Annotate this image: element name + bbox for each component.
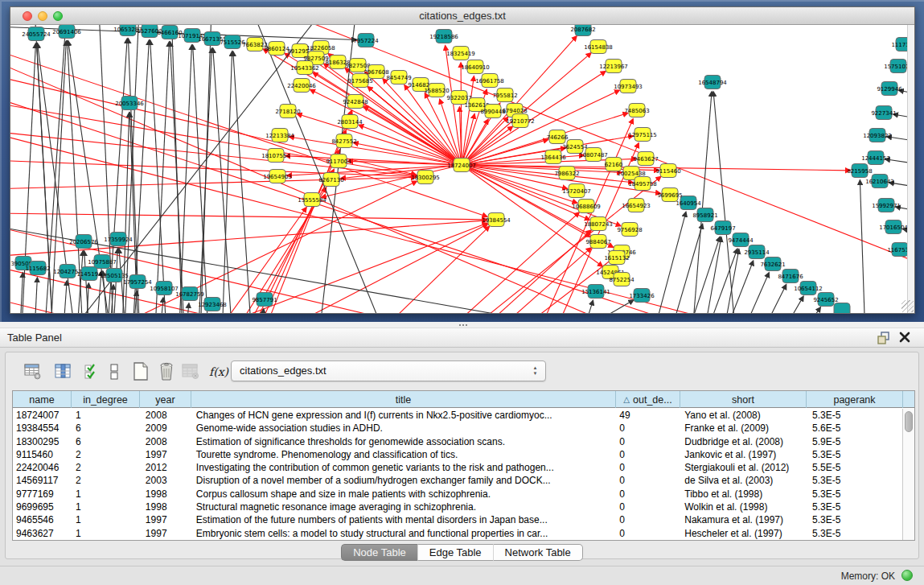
graph-node[interactable]: 9474444 — [728, 233, 754, 247]
graph-edge[interactable] — [462, 165, 602, 266]
divider-grip-icon[interactable] — [458, 323, 468, 327]
graph-node[interactable]: 2087682 — [570, 25, 595, 36]
table-row[interactable]: 1872400712008Changes of HCN gene express… — [13, 409, 902, 422]
graph-edge[interactable] — [525, 300, 634, 313]
tab-node-table[interactable]: Node Table — [341, 544, 417, 561]
graph-node[interactable]: 9463627 — [633, 152, 658, 166]
table-scrollbar-thumb[interactable] — [905, 411, 913, 432]
table-row[interactable]: 911546021997Tourette syndrome. Phenomeno… — [13, 448, 902, 461]
graph-node[interactable]: 2803144 — [337, 115, 363, 129]
graph-node[interactable]: 18640910 — [461, 60, 490, 74]
column-header-outde[interactable]: △out_de... — [616, 391, 680, 408]
graph-node[interactable]: 2935114 — [744, 245, 770, 259]
graph-node[interactable]: 9756928 — [617, 223, 642, 237]
column-header-name[interactable]: name — [13, 391, 72, 408]
table-row[interactable]: 946362711997Embryonic stem cells: a mode… — [13, 527, 902, 540]
network-graph[interactable]: 2405572420691406106532871527602646616010… — [10, 25, 914, 313]
network-canvas[interactable]: 2405572420691406106532871527602646616010… — [10, 25, 914, 313]
graph-node[interactable]: 8958921 — [692, 208, 717, 222]
tab-network-table[interactable]: Network Table — [493, 544, 583, 561]
column-header-pagerank[interactable]: pagerank — [807, 391, 903, 408]
graph-node[interactable]: 2718120 — [275, 105, 300, 118]
create-column-button[interactable] — [129, 360, 152, 383]
graph-edge[interactable] — [860, 180, 866, 313]
graph-node[interactable]: 7955812 — [492, 89, 517, 102]
graph-node[interactable]: 12975115 — [628, 128, 657, 142]
graph-node[interactable]: 62160 — [605, 158, 622, 171]
column-header-indegree[interactable]: in_degree — [72, 391, 140, 408]
graph-edge[interactable] — [446, 46, 462, 165]
graph-edge[interactable] — [765, 296, 803, 313]
graph-edge[interactable] — [183, 303, 189, 313]
table-select-dropdown[interactable]: citations_edges.txt ▲▼ — [231, 360, 546, 381]
graph-node[interactable]: 7957224 — [353, 34, 379, 47]
float-panel-icon[interactable] — [877, 332, 890, 344]
graph-node[interactable]: 6479197 — [710, 221, 735, 235]
graph-edge[interactable] — [310, 89, 462, 165]
graph-node[interactable]: 7485063 — [624, 104, 649, 117]
graph-node[interactable] — [834, 303, 850, 314]
deselect-all-columns-button[interactable] — [107, 360, 121, 383]
delete-column-button[interactable] — [155, 360, 178, 383]
table-row[interactable]: 1938455462009Genome-wide association stu… — [13, 422, 902, 435]
table-row[interactable]: 977716911998Corpus callosum shape and si… — [13, 488, 902, 501]
table-row[interactable]: 1830029562008Estimation of significance … — [13, 435, 902, 448]
function-builder-button[interactable]: f(x) — [207, 360, 230, 383]
graph-edge[interactable] — [462, 76, 474, 165]
close-panel-icon[interactable] — [898, 331, 911, 344]
graph-edge[interactable] — [10, 213, 487, 220]
graph-node[interactable]: 8860124 — [264, 42, 290, 56]
graph-node[interactable]: 12444157 — [861, 151, 890, 165]
graph-edge[interactable] — [170, 42, 186, 313]
show-columns-button[interactable] — [52, 360, 75, 383]
table-row[interactable]: 946554611997Estimation of the future num… — [13, 513, 902, 526]
network-scrollbar[interactable] — [907, 25, 914, 313]
graph-node[interactable]: 10958107 — [150, 282, 179, 295]
network-window-titlebar[interactable]: citations_edges.txt — [10, 7, 914, 25]
graph-edge[interactable] — [10, 177, 416, 189]
graph-edge[interactable] — [154, 42, 169, 313]
select-all-columns-button[interactable] — [81, 360, 104, 383]
graph-edge[interactable] — [573, 300, 593, 313]
graph-edge[interactable] — [359, 125, 462, 165]
graph-node[interactable]: 15720407 — [562, 184, 591, 198]
graph-edge[interactable] — [10, 160, 416, 177]
graph-node[interactable]: 16548794 — [698, 76, 727, 89]
column-header-year[interactable]: year — [140, 391, 191, 408]
graph-node[interactable]: 16961758 — [475, 74, 504, 88]
graph-node[interactable]: 24055724 — [22, 27, 51, 41]
graph-edge[interactable] — [228, 170, 334, 313]
graph-edge[interactable] — [782, 307, 820, 313]
graph-node[interactable]: 8215958 — [847, 164, 872, 178]
column-header-title[interactable]: title — [191, 391, 616, 408]
graph-node[interactable]: 9227341 — [871, 106, 896, 120]
graph-node[interactable]: 16654923 — [622, 199, 651, 212]
graph-node[interactable]: 9115460 — [655, 164, 680, 178]
graph-edge[interactable] — [128, 39, 141, 313]
window-resize-grip-icon[interactable] — [901, 300, 914, 312]
graph-node[interactable]: 20206576 — [69, 235, 98, 249]
graph-node[interactable]: 8471676 — [778, 270, 803, 283]
graph-edge[interactable] — [348, 226, 489, 313]
graph-node[interactable]: 8427552 — [331, 134, 356, 148]
graph-node[interactable]: 16154838 — [584, 40, 613, 54]
panel-divider[interactable] — [0, 322, 924, 328]
table-mode-button[interactable] — [22, 360, 44, 383]
graph-node[interactable]: 12213384 — [265, 129, 294, 142]
graph-edge[interactable] — [178, 45, 191, 313]
graph-node[interactable]: 18325419 — [446, 47, 475, 60]
graph-node[interactable]: 15992971 — [872, 199, 901, 212]
graph-edge[interactable] — [61, 281, 67, 313]
graph-node[interactable]: 12093822 — [863, 129, 892, 142]
graph-edge[interactable] — [18, 273, 23, 313]
table-row[interactable]: 969969511998Structural magnetic resonanc… — [13, 501, 902, 513]
graph-node[interactable]: 12923468 — [198, 298, 227, 311]
graph-node[interactable]: 13555584 — [298, 193, 326, 207]
graph-node[interactable]: 7632621 — [760, 257, 785, 271]
table-row[interactable]: 2242004622012Investigating the contribut… — [13, 461, 902, 474]
graph-edge[interactable] — [662, 225, 703, 313]
graph-node[interactable]: 16210643 — [865, 175, 894, 188]
memory-status-icon[interactable] — [901, 570, 913, 581]
tab-edge-table[interactable]: Edge Table — [417, 544, 493, 561]
graph-edge[interactable] — [440, 99, 462, 165]
